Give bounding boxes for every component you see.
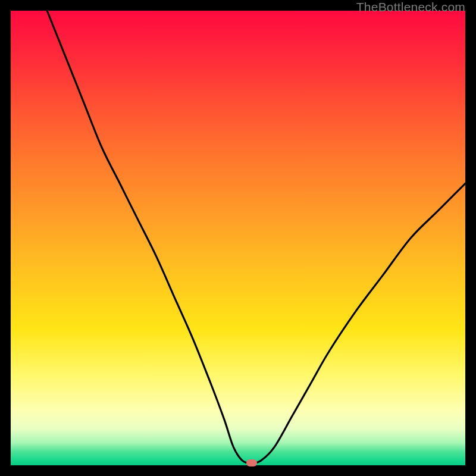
plot-area bbox=[11, 11, 465, 465]
curve-path bbox=[47, 11, 465, 463]
watermark-text: TheBottleneck.com bbox=[356, 0, 465, 14]
optimal-point-marker bbox=[246, 459, 257, 466]
chart-frame: TheBottleneck.com bbox=[0, 0, 476, 476]
bottleneck-curve bbox=[11, 11, 465, 465]
